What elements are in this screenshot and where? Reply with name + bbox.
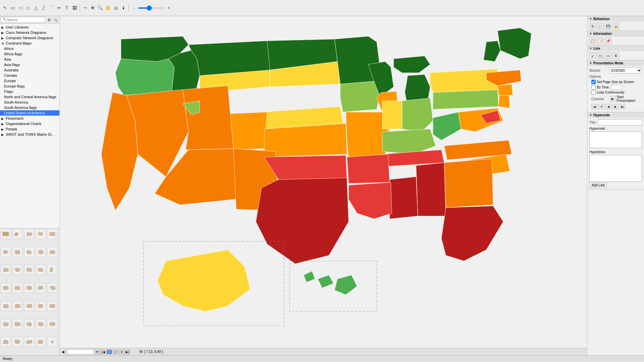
shape-state-9[interactable]: [1, 265, 11, 275]
shape-usa-full[interactable]: [1, 229, 11, 239]
state-missouri[interactable]: [346, 112, 388, 159]
line-header[interactable]: Line: [587, 46, 644, 51]
text-tool[interactable]: T: [63, 4, 70, 12]
info-icon-3[interactable]: 📌: [605, 38, 611, 44]
shape-state-2[interactable]: [36, 229, 46, 239]
skip-back-btn[interactable]: |◀: [591, 104, 597, 109]
line-icon-2[interactable]: ◻: [597, 52, 604, 59]
sidebar-item-south-america[interactable]: South America: [0, 100, 59, 105]
image-tool[interactable]: 🖼: [71, 4, 78, 12]
sidebar-item-canada[interactable]: Canada: [0, 73, 59, 78]
set-page-size-checkbox[interactable]: [591, 80, 596, 84]
sidebar-item-user-libraries[interactable]: ▶ User Libraries: [0, 24, 59, 30]
behaviour-icon-3[interactable]: 💾: [605, 23, 611, 29]
state-kansas[interactable]: [264, 123, 347, 157]
sidebar-item-south-america-flags[interactable]: South America flags: [0, 105, 59, 110]
shape-state-22[interactable]: [36, 301, 46, 311]
sidebar-item-computer-network[interactable]: ▶ Computer Network Diagrams: [0, 35, 59, 41]
state-pennsylvania[interactable]: [433, 89, 499, 109]
state-ohio[interactable]: [402, 98, 433, 132]
sidebar-item-flowcharts[interactable]: ▶ Flowcharts: [0, 116, 59, 121]
state-michigan-upper[interactable]: [393, 56, 430, 73]
shape-state-24[interactable]: [1, 319, 11, 329]
shape-alaska[interactable]: [12, 229, 22, 239]
shape-state-15[interactable]: [12, 283, 22, 293]
state-utah[interactable]: [183, 86, 233, 150]
eyedropper-tool[interactable]: 🌡: [120, 4, 127, 12]
zoom-slider[interactable]: [138, 7, 165, 9]
pause-btn[interactable]: ⏸: [598, 104, 604, 109]
loop-checkbox[interactable]: [591, 90, 596, 95]
shape-state-10[interactable]: [12, 265, 22, 275]
sidebar-item-europe-flags[interactable]: Europe flags: [0, 83, 59, 89]
information-header[interactable]: Information: [587, 31, 644, 37]
time-input[interactable]: 20.0 sec: [611, 85, 623, 89]
sidebar-item-cisco[interactable]: ▶ Cisco Network Diagrams: [0, 30, 59, 35]
shape-state-5[interactable]: [12, 247, 22, 257]
info-icon-2[interactable]: 📝: [597, 38, 604, 44]
sidebar-item-asia[interactable]: Asia: [0, 57, 59, 62]
line-icon-3[interactable]: ▭: [605, 52, 611, 59]
move-tool[interactable]: ✥: [89, 4, 96, 12]
shape-state-4[interactable]: [1, 247, 11, 257]
state-hawaii[interactable]: [304, 271, 315, 283]
state-mississippi[interactable]: [390, 177, 418, 219]
state-louisiana[interactable]: [348, 182, 392, 219]
pen-tool[interactable]: ✏: [55, 4, 63, 12]
state-vermont-nh[interactable]: [484, 41, 500, 62]
shape-state-14[interactable]: [1, 283, 11, 293]
triangle-tool[interactable]: △: [32, 4, 40, 12]
sidebar-item-swot[interactable]: ▶ SWOT and TOWS Matrix Diagrams: [0, 132, 59, 137]
shape-state-29[interactable]: [1, 337, 11, 347]
page-2-btn[interactable]: 2: [113, 350, 118, 354]
state-oklahoma[interactable]: [264, 156, 347, 180]
zoom-in-btn[interactable]: +: [165, 4, 172, 12]
next-btn[interactable]: ▶: [612, 104, 619, 109]
info-icon-1[interactable]: 📋: [589, 38, 596, 44]
connection-tool[interactable]: ⤳: [81, 4, 89, 12]
shape-state-3[interactable]: [47, 229, 57, 239]
shape-state-27[interactable]: [36, 319, 46, 329]
hypernote-textarea[interactable]: [589, 131, 642, 148]
page-3-btn[interactable]: 3: [119, 350, 124, 354]
sidebar-item-north-central[interactable]: North and Central America flags: [0, 94, 59, 100]
sidebar-item-flags[interactable]: Flags: [0, 89, 59, 94]
search-input[interactable]: [1, 17, 45, 23]
state-alabama[interactable]: [416, 163, 446, 216]
select-tool[interactable]: ↖: [1, 4, 9, 12]
shape-state-18[interactable]: [47, 283, 57, 293]
shape-state-26[interactable]: [24, 319, 34, 329]
page-last-btn[interactable]: ▶|: [125, 350, 130, 354]
curve-tool[interactable]: ⌒: [48, 4, 55, 12]
sidebar-item-asia-flags[interactable]: Asia flags: [0, 62, 59, 67]
state-hawaii-3[interactable]: [335, 275, 357, 295]
state-connecticut[interactable]: [498, 84, 513, 96]
line-icon-1[interactable]: ↙: [589, 52, 596, 59]
sidebar-item-africa-flags[interactable]: Africa flags: [0, 51, 59, 57]
state-west-virginia[interactable]: [433, 112, 461, 140]
shape-state-16[interactable]: [24, 283, 34, 293]
add-link-button[interactable]: Add Link: [589, 182, 607, 188]
sidebar-item-org-charts[interactable]: ▶ Organizational Charts: [0, 121, 59, 126]
state-georgia[interactable]: [444, 159, 493, 208]
state-new-jersey[interactable]: [499, 94, 510, 108]
ellipse-tool[interactable]: ⬭: [17, 4, 24, 12]
shape-state-13[interactable]: [47, 265, 57, 275]
presentation-header[interactable]: Presentation Mode: [587, 60, 644, 66]
line-tool[interactable]: ╱: [40, 4, 47, 12]
sidebar-item-continent-maps[interactable]: ▼ Continent Maps: [0, 41, 59, 46]
state-indiana[interactable]: [382, 101, 402, 129]
zoom-in-tool[interactable]: 🔍: [97, 4, 104, 12]
sidebar-item-usa[interactable]: United States of America: [0, 110, 59, 116]
page-1-btn[interactable]: 1: [107, 350, 112, 354]
shape-state-6[interactable]: [24, 247, 34, 257]
rect-tool[interactable]: ▭: [9, 4, 16, 12]
scroll-left-icon[interactable]: ◀: [62, 350, 64, 354]
monitor-select[interactable]: S24D300: [609, 67, 642, 73]
state-minnesota[interactable]: [335, 36, 380, 87]
play-button[interactable]: ▶: [610, 96, 615, 102]
behaviour-icon-1[interactable]: ↻: [589, 23, 596, 29]
shape-state-11[interactable]: [24, 265, 34, 275]
sidebar-item-australia[interactable]: Australia: [0, 67, 59, 73]
shape-state-31[interactable]: [24, 337, 34, 347]
